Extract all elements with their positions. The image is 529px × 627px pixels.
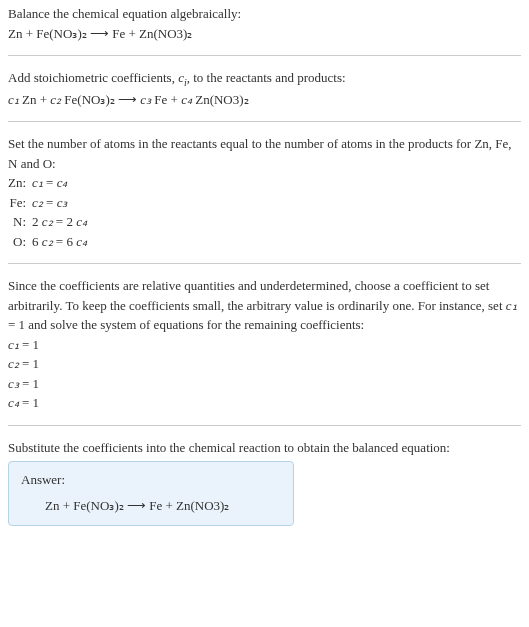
coeff-intro: Add stoichiometric coefficients, ci, to …: [8, 68, 521, 90]
text: Fe +: [151, 92, 181, 107]
equation: 6 c₂ = 6 c₄: [32, 232, 91, 252]
var-c3: c₃: [140, 92, 151, 107]
element-label: N:: [8, 212, 32, 232]
text: = 2: [53, 214, 77, 229]
equation: c₁ = c₄: [32, 173, 91, 193]
var-c1: c₁: [8, 92, 19, 107]
balance-intro: Set the number of atoms in the reactants…: [8, 134, 521, 173]
text: Since the coefficients are relative quan…: [8, 278, 506, 313]
var: c₄: [76, 214, 87, 229]
var: c₃: [8, 376, 19, 391]
text: = 1 and solve the system of equations fo…: [8, 317, 364, 332]
section-answer: Substitute the coefficients into the che…: [8, 438, 521, 527]
answer-label: Answer:: [21, 470, 281, 490]
value: = 1: [19, 356, 39, 371]
var-c4: c₄: [181, 92, 192, 107]
var: c₂: [42, 234, 53, 249]
var: c₂: [8, 356, 19, 371]
solution-c3: c₃ = 1: [8, 374, 521, 394]
unbalanced-equation: Zn + Fe(NO₃)₂ ⟶ Fe + Zn(NO3)₂: [8, 24, 521, 44]
text: Zn(NO3)₂: [192, 92, 249, 107]
var: c₃: [57, 195, 68, 210]
balance-table: Zn: c₁ = c₄ Fe: c₂ = c₃ N: 2 c₂ = 2 c₄ O…: [8, 173, 91, 251]
solve-intro: Since the coefficients are relative quan…: [8, 276, 521, 335]
section-atom-balance: Set the number of atoms in the reactants…: [8, 134, 521, 251]
var: c₁: [8, 337, 19, 352]
problem-statement: Balance the chemical equation algebraica…: [8, 4, 521, 24]
element-label: Zn:: [8, 173, 32, 193]
element-label: Fe:: [8, 193, 32, 213]
var: c₂: [32, 195, 43, 210]
text: Zn +: [19, 92, 51, 107]
text: , to the reactants and products:: [187, 70, 346, 85]
section-solve: Since the coefficients are relative quan…: [8, 276, 521, 413]
section-coefficients: Add stoichiometric coefficients, ci, to …: [8, 68, 521, 109]
equation: 2 c₂ = 2 c₄: [32, 212, 91, 232]
var: c₄: [8, 395, 19, 410]
value: = 1: [19, 395, 39, 410]
solution-c1: c₁ = 1: [8, 335, 521, 355]
text: Add stoichiometric coefficients,: [8, 70, 178, 85]
balance-row-n: N: 2 c₂ = 2 c₄: [8, 212, 91, 232]
balance-row-o: O: 6 c₂ = 6 c₄: [8, 232, 91, 252]
section-problem: Balance the chemical equation algebraica…: [8, 4, 521, 43]
balance-row-fe: Fe: c₂ = c₃: [8, 193, 91, 213]
var-c2: c₂: [50, 92, 61, 107]
text: 2: [32, 214, 42, 229]
divider: [8, 263, 521, 264]
divider: [8, 121, 521, 122]
answer-intro: Substitute the coefficients into the che…: [8, 438, 521, 458]
equation: c₂ = c₃: [32, 193, 91, 213]
text: = 6: [53, 234, 77, 249]
value: = 1: [19, 376, 39, 391]
divider: [8, 55, 521, 56]
value: = 1: [19, 337, 39, 352]
balance-row-zn: Zn: c₁ = c₄: [8, 173, 91, 193]
text: 6: [32, 234, 42, 249]
coeff-equation: c₁ Zn + c₂ Fe(NO₃)₂ ⟶ c₃ Fe + c₄ Zn(NO3)…: [8, 90, 521, 110]
var: c₂: [42, 214, 53, 229]
text: =: [43, 175, 57, 190]
balanced-equation: Zn + Fe(NO₃)₂ ⟶ Fe + Zn(NO3)₂: [21, 496, 281, 516]
element-label: O:: [8, 232, 32, 252]
var: c₄: [57, 175, 68, 190]
answer-box: Answer: Zn + Fe(NO₃)₂ ⟶ Fe + Zn(NO3)₂: [8, 461, 294, 526]
text: Fe(NO₃)₂ ⟶: [61, 92, 140, 107]
solution-c4: c₄ = 1: [8, 393, 521, 413]
var-c1: c₁: [506, 298, 517, 313]
divider: [8, 425, 521, 426]
var: c₄: [76, 234, 87, 249]
var: c₁: [32, 175, 43, 190]
solution-c2: c₂ = 1: [8, 354, 521, 374]
text: =: [43, 195, 57, 210]
